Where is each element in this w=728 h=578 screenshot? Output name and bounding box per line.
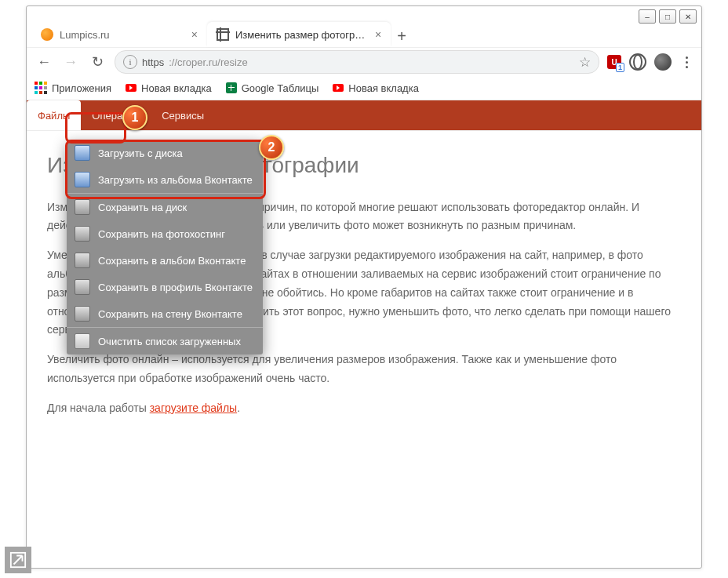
menu-files[interactable]: Файлы — [27, 100, 81, 130]
tab-close-icon[interactable]: × — [191, 28, 198, 41]
favicon-icon — [41, 28, 53, 41]
address-bar[interactable]: i https://croper.ru/resize ☆ — [115, 50, 599, 74]
menuitem-label: Сохранить на фотохостинг — [98, 228, 225, 240]
url-rest: ://croper.ru/resize — [169, 56, 247, 68]
cta-text: . — [237, 402, 240, 414]
menuitem-label: Загрузить с диска — [98, 147, 183, 159]
youtube-icon — [126, 84, 136, 92]
bookmarks-bar: Приложения Новая вкладка Google Таблицы … — [27, 76, 701, 100]
new-tab-button[interactable]: + — [391, 25, 413, 47]
menuitem-save-disk[interactable]: Сохранить на диск — [67, 194, 263, 220]
menu-services[interactable]: Сервисы — [151, 100, 215, 130]
forward-button[interactable]: → — [61, 53, 80, 71]
bookmark-label: Новая вкладка — [348, 82, 419, 94]
bookmark-item[interactable]: Google Таблицы — [226, 82, 319, 94]
tab-lumpics[interactable]: Lumpics.ru × — [31, 22, 207, 47]
globe-icon[interactable] — [629, 53, 646, 71]
favicon-icon — [217, 28, 229, 41]
menuitem-save-vk-wall[interactable]: Сохранить на стену Вконтакте — [67, 300, 263, 327]
menuitem-clear-uploaded[interactable]: Очистить список загруженных — [67, 328, 263, 354]
files-dropdown: Загрузить с диска Загрузить из альбома В… — [67, 140, 263, 354]
bookmark-item[interactable]: Новая вкладка — [126, 82, 212, 94]
menuitem-label: Загрузить из альбома Вконтакте — [98, 174, 253, 186]
ublock-icon[interactable]: U1 — [607, 55, 621, 69]
tab-title: Lumpics.ru — [60, 29, 110, 41]
apps-button[interactable]: Приложения — [35, 82, 111, 94]
menuitem-save-vk-profile[interactable]: Сохранить в профиль Вконтакте — [67, 274, 263, 300]
cta-line: Для начала работы загрузите файлы. — [47, 399, 681, 418]
clear-icon — [75, 333, 90, 349]
tab-strip: Lumpics.ru × Изменить размер фотографии … — [27, 17, 701, 47]
url-scheme: https — [142, 56, 164, 68]
paragraph: Увеличить фото онлайн – используется для… — [47, 351, 681, 388]
toolbar: ← → ↻ i https://croper.ru/resize ☆ U1 — [27, 47, 701, 76]
youtube-icon — [333, 84, 344, 92]
bookmark-label: Новая вкладка — [141, 82, 212, 94]
tab-croper[interactable]: Изменить размер фотографии × — [207, 22, 391, 47]
menuitem-label: Сохранить на стену Вконтакте — [98, 308, 242, 320]
corner-arrow-icon — [5, 547, 31, 573]
disk-icon — [75, 253, 90, 268]
menuitem-label: Очистить список загруженных — [98, 336, 241, 347]
tab-title: Изменить размер фотографии — [235, 29, 369, 41]
sheets-icon — [226, 82, 237, 93]
menuitem-load-from-disk[interactable]: Загрузить с диска — [67, 140, 263, 166]
upload-icon — [75, 172, 90, 187]
back-button[interactable]: ← — [35, 53, 53, 71]
menuitem-label: Сохранить в профиль Вконтакте — [98, 282, 253, 293]
cta-text: Для начала работы — [47, 402, 150, 414]
bookmark-star-icon[interactable]: ☆ — [579, 54, 591, 71]
bookmark-label: Google Таблицы — [242, 82, 319, 94]
menuitem-label: Сохранить на диск — [98, 202, 187, 213]
upload-link[interactable]: загрузите файлы — [150, 402, 237, 414]
bookmark-item[interactable]: Новая вкладка — [333, 82, 419, 94]
upload-icon — [75, 145, 90, 161]
tab-close-icon[interactable]: × — [375, 28, 381, 41]
disk-icon — [75, 199, 90, 215]
apps-icon — [35, 82, 47, 94]
disk-icon — [75, 279, 90, 295]
disk-icon — [75, 226, 90, 242]
menuitem-save-vk-album[interactable]: Сохранить в альбом Вконтакте — [67, 247, 263, 274]
site-info-icon[interactable]: i — [123, 55, 137, 69]
menu-icon[interactable] — [679, 56, 693, 68]
reload-button[interactable]: ↻ — [88, 53, 107, 71]
menuitem-save-hosting[interactable]: Сохранить на фотохостинг — [67, 220, 263, 247]
annotation-badge-2: 2 — [259, 135, 284, 160]
bookmark-label: Приложения — [52, 82, 111, 94]
disk-icon — [75, 306, 90, 322]
menuitem-label: Сохранить в альбом Вконтакте — [98, 255, 246, 267]
profile-avatar[interactable] — [654, 53, 672, 71]
menuitem-load-from-vk[interactable]: Загрузить из альбома Вконтакте — [67, 166, 263, 193]
annotation-badge-1: 1 — [122, 105, 147, 130]
ublock-badge: 1 — [616, 63, 624, 72]
